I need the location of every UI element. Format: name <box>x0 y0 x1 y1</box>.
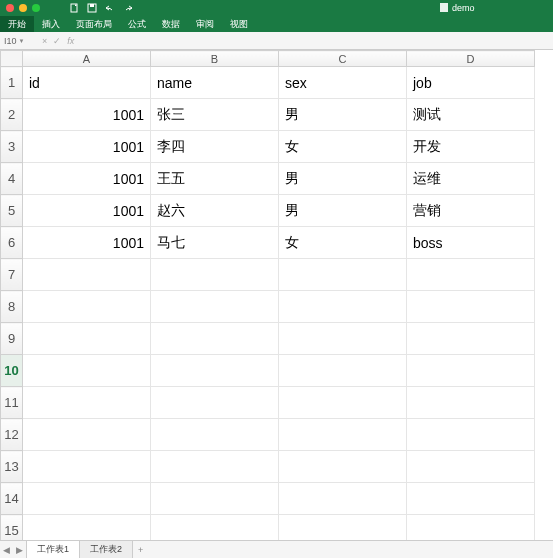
cell[interactable]: 女 <box>279 131 407 163</box>
formula-confirm-button[interactable]: ✓ <box>53 36 61 46</box>
cell[interactable] <box>151 387 279 419</box>
menu-review[interactable]: 审阅 <box>188 16 222 33</box>
cell[interactable] <box>23 259 151 291</box>
spreadsheet-grid[interactable]: A B C D 1idnamesexjob21001张三男测试31001李四女开… <box>0 50 553 540</box>
sheet-tab-1[interactable]: 工作表1 <box>26 540 80 558</box>
cell[interactable]: 王五 <box>151 163 279 195</box>
cell[interactable] <box>151 419 279 451</box>
menu-view[interactable]: 视图 <box>222 16 256 33</box>
chevron-down-icon[interactable]: ▼ <box>19 38 25 44</box>
cell[interactable] <box>151 451 279 483</box>
maximize-window-button[interactable] <box>32 4 40 12</box>
col-header-C[interactable]: C <box>279 51 407 67</box>
cell[interactable] <box>23 387 151 419</box>
fx-icon[interactable]: fx <box>67 36 74 46</box>
cell[interactable]: 测试 <box>407 99 535 131</box>
cell[interactable] <box>407 323 535 355</box>
cell[interactable]: job <box>407 67 535 99</box>
cell[interactable]: 男 <box>279 195 407 227</box>
cell[interactable] <box>151 259 279 291</box>
cell[interactable] <box>279 483 407 515</box>
cell[interactable]: 赵六 <box>151 195 279 227</box>
close-window-button[interactable] <box>6 4 14 12</box>
cell[interactable] <box>23 451 151 483</box>
cell[interactable] <box>23 515 151 541</box>
cell[interactable] <box>151 515 279 541</box>
cell[interactable]: 女 <box>279 227 407 259</box>
cell[interactable]: 1001 <box>23 163 151 195</box>
row-header[interactable]: 15 <box>1 515 23 541</box>
row-header[interactable]: 8 <box>1 291 23 323</box>
cell[interactable]: 营销 <box>407 195 535 227</box>
row-header[interactable]: 4 <box>1 163 23 195</box>
cell[interactable] <box>279 259 407 291</box>
cell[interactable] <box>279 387 407 419</box>
cell[interactable] <box>151 323 279 355</box>
cell[interactable]: 男 <box>279 163 407 195</box>
cell[interactable] <box>23 291 151 323</box>
name-box[interactable]: I10 ▼ <box>0 36 38 46</box>
cell[interactable]: 1001 <box>23 195 151 227</box>
cell[interactable] <box>279 355 407 387</box>
cell[interactable]: 1001 <box>23 131 151 163</box>
row-header[interactable]: 2 <box>1 99 23 131</box>
undo-icon[interactable] <box>105 4 115 12</box>
col-header-B[interactable]: B <box>151 51 279 67</box>
cell[interactable]: 1001 <box>23 227 151 259</box>
cell[interactable] <box>407 419 535 451</box>
row-header[interactable]: 9 <box>1 323 23 355</box>
row-header[interactable]: 14 <box>1 483 23 515</box>
row-header[interactable]: 5 <box>1 195 23 227</box>
cell[interactable]: sex <box>279 67 407 99</box>
cell[interactable] <box>23 419 151 451</box>
add-sheet-button[interactable]: + <box>132 545 149 555</box>
sheet-tab-2[interactable]: 工作表2 <box>79 540 133 558</box>
cell[interactable] <box>279 419 407 451</box>
menu-data[interactable]: 数据 <box>154 16 188 33</box>
row-header[interactable]: 3 <box>1 131 23 163</box>
row-header[interactable]: 1 <box>1 67 23 99</box>
col-header-D[interactable]: D <box>407 51 535 67</box>
cell[interactable]: 李四 <box>151 131 279 163</box>
row-header[interactable]: 12 <box>1 419 23 451</box>
menu-insert[interactable]: 插入 <box>34 16 68 33</box>
row-header[interactable]: 6 <box>1 227 23 259</box>
formula-cancel-button[interactable]: × <box>42 36 47 46</box>
cell[interactable] <box>279 451 407 483</box>
cell[interactable]: 马七 <box>151 227 279 259</box>
menu-page-layout[interactable]: 页面布局 <box>68 16 120 33</box>
cell[interactable] <box>407 451 535 483</box>
cell[interactable] <box>407 387 535 419</box>
row-header[interactable]: 13 <box>1 451 23 483</box>
cell[interactable]: id <box>23 67 151 99</box>
cell[interactable] <box>279 323 407 355</box>
cell[interactable] <box>279 291 407 323</box>
cell[interactable]: boss <box>407 227 535 259</box>
new-file-icon[interactable] <box>70 3 79 13</box>
row-header[interactable]: 10 <box>1 355 23 387</box>
save-icon[interactable] <box>87 3 97 13</box>
cell[interactable] <box>407 259 535 291</box>
cell[interactable]: name <box>151 67 279 99</box>
cell[interactable] <box>23 355 151 387</box>
cell[interactable]: 开发 <box>407 131 535 163</box>
cell[interactable]: 男 <box>279 99 407 131</box>
cell[interactable] <box>407 483 535 515</box>
cell[interactable] <box>23 483 151 515</box>
redo-icon[interactable] <box>123 4 133 12</box>
cell[interactable] <box>279 515 407 541</box>
cell[interactable] <box>23 323 151 355</box>
cell[interactable] <box>407 355 535 387</box>
cell[interactable] <box>407 515 535 541</box>
cell[interactable] <box>151 483 279 515</box>
select-all-corner[interactable] <box>1 51 23 67</box>
minimize-window-button[interactable] <box>19 4 27 12</box>
cell[interactable]: 张三 <box>151 99 279 131</box>
col-header-A[interactable]: A <box>23 51 151 67</box>
cell[interactable] <box>151 291 279 323</box>
cell[interactable]: 1001 <box>23 99 151 131</box>
tab-nav-next-icon[interactable]: ▶ <box>13 545 26 555</box>
menu-formulas[interactable]: 公式 <box>120 16 154 33</box>
tab-nav-prev-icon[interactable]: ◀ <box>0 545 13 555</box>
cell[interactable] <box>151 355 279 387</box>
